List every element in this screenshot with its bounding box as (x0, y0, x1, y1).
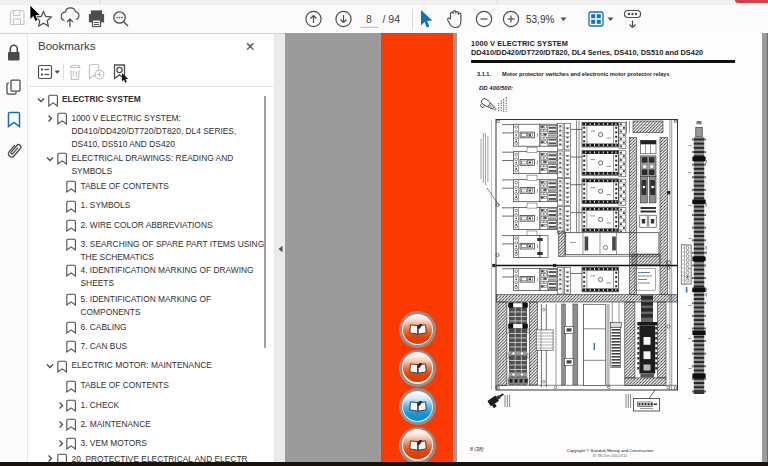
svg-text:/ 94: / 94 (383, 13, 401, 25)
svg-text:8: 8 (366, 13, 372, 25)
svg-text:53,9%: 53,9% (526, 14, 554, 25)
